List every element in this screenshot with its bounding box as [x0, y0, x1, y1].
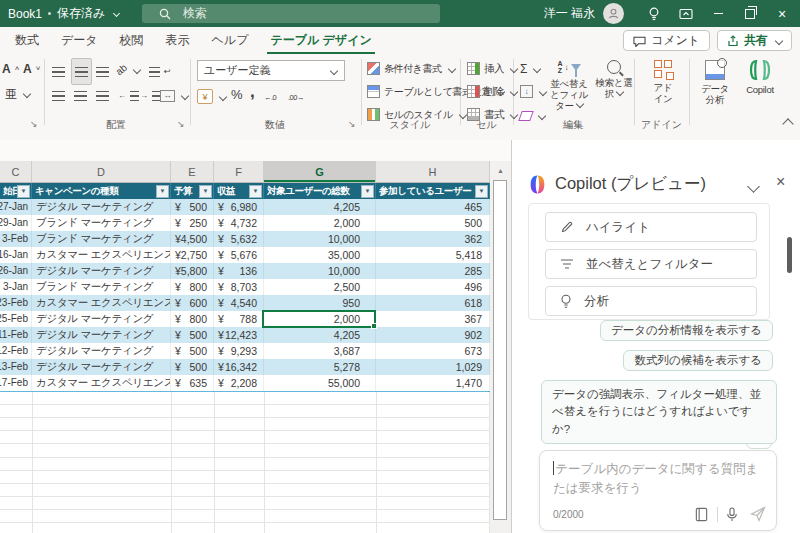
align-right-button[interactable]: [96, 86, 109, 105]
share-button[interactable]: 共有: [717, 30, 792, 51]
wrap-text-button[interactable]: ↩: [149, 62, 171, 81]
tab-表示[interactable]: 表示: [155, 27, 201, 54]
minimize-button[interactable]: [702, 0, 734, 27]
fill-handle[interactable]: [371, 323, 377, 329]
active-cell-selection[interactable]: [262, 310, 376, 328]
orientation-button[interactable]: ab: [116, 60, 140, 79]
cell[interactable]: カスタマー エクスペリエンス: [32, 295, 171, 311]
cell[interactable]: 13-Feb: [0, 359, 32, 375]
data-analysis-button[interactable]: データ分析: [695, 60, 735, 106]
close-button[interactable]: ×: [766, 0, 798, 27]
column-header-E[interactable]: E: [171, 161, 214, 182]
suggestion-chip[interactable]: データの分析情報を表示する: [600, 320, 773, 341]
whats-new-button[interactable]: [638, 0, 670, 27]
cell[interactable]: ¥500: [171, 199, 214, 215]
tab-校閲[interactable]: 校閲: [109, 27, 155, 54]
align-left-button[interactable]: [52, 86, 65, 105]
merge-center-button[interactable]: ↔: [160, 86, 188, 105]
cell[interactable]: 10,000: [264, 231, 376, 247]
cell[interactable]: ¥4,500: [171, 231, 214, 247]
cell[interactable]: ブランド マーケティング: [32, 279, 171, 295]
filter-button[interactable]: ▼: [17, 185, 30, 198]
tab-ヘルプ[interactable]: ヘルプ: [201, 27, 260, 54]
filter-button[interactable]: ▼: [199, 185, 212, 198]
align-center-button[interactable]: [74, 86, 87, 105]
grow-font-button[interactable]: A˄: [2, 59, 19, 78]
cell[interactable]: 4,205: [264, 199, 376, 215]
cell[interactable]: 950: [264, 295, 376, 311]
fill-button[interactable]: ↓: [520, 82, 546, 101]
number-format-select[interactable]: ユーザー定義: [197, 60, 345, 81]
tab-データ[interactable]: データ: [50, 27, 109, 54]
cell[interactable]: 496: [376, 279, 490, 295]
cell[interactable]: ¥136: [214, 263, 264, 279]
cell[interactable]: 3,687: [264, 343, 376, 359]
cell[interactable]: 12-Feb: [0, 343, 32, 359]
cell[interactable]: ¥800: [171, 279, 214, 295]
cell[interactable]: ¥800: [171, 311, 214, 327]
delete-cells-button[interactable]: 削除: [467, 82, 517, 101]
cell[interactable]: ¥500: [171, 359, 214, 375]
cell[interactable]: ¥600: [171, 295, 214, 311]
percent-style-button[interactable]: %: [231, 85, 243, 104]
copilot-input[interactable]: テーブル内のデータに関する質問または要求を行う: [540, 451, 776, 499]
sheet-scrollbar[interactable]: ▲: [490, 161, 511, 533]
cell[interactable]: ¥16,342: [214, 359, 264, 375]
cell[interactable]: ¥500: [171, 343, 214, 359]
filter-button[interactable]: ▼: [475, 185, 488, 198]
avatar[interactable]: [603, 3, 624, 24]
prompt-guide-icon[interactable]: [694, 507, 709, 522]
cell[interactable]: 362: [376, 231, 490, 247]
scrollbar-thumb[interactable]: [493, 180, 507, 520]
sort-filter-menu-item[interactable]: 並べ替えとフィルター: [545, 249, 757, 279]
cell[interactable]: 5,418: [376, 247, 490, 263]
cell[interactable]: ¥2,208: [214, 375, 264, 391]
column-header-C[interactable]: C: [0, 161, 32, 182]
shrink-font-button[interactable]: A˅: [23, 59, 40, 78]
cell[interactable]: 673: [376, 343, 490, 359]
conditional-formatting-button[interactable]: 条件付き書式: [367, 59, 455, 78]
cell[interactable]: ¥788: [214, 311, 264, 327]
cell[interactable]: ブランド マーケティング: [32, 231, 171, 247]
sort-filter-button[interactable]: AZ↓ 並べ替えとフィルター: [546, 60, 592, 112]
cell[interactable]: 35,000: [264, 247, 376, 263]
accounting-format-button[interactable]: ¥: [197, 87, 226, 106]
cell[interactable]: ¥500: [171, 327, 214, 343]
cell[interactable]: デジタル マーケティング: [32, 343, 171, 359]
copilot-ribbon-button[interactable]: Copilot: [738, 59, 782, 95]
cell[interactable]: デジタル マーケティング: [32, 311, 171, 327]
cell[interactable]: ¥12,423: [214, 327, 264, 343]
increase-indent-button[interactable]: →: [140, 86, 161, 105]
cell[interactable]: 10,000: [264, 263, 376, 279]
alignment-dialog-launcher[interactable]: ↘: [177, 119, 185, 129]
column-header-H[interactable]: H: [376, 161, 490, 182]
cell[interactable]: 285: [376, 263, 490, 279]
font-dialog-launcher[interactable]: ↘: [30, 119, 38, 129]
cell[interactable]: 2,000: [264, 215, 376, 231]
cell[interactable]: 902: [376, 327, 490, 343]
align-bottom-button[interactable]: [96, 62, 109, 81]
cell[interactable]: カスタマー エクスペリエンス: [32, 375, 171, 391]
cell[interactable]: 3-Jan: [0, 279, 32, 295]
cell[interactable]: ¥250: [171, 215, 214, 231]
cell[interactable]: 17-Feb: [0, 375, 32, 391]
empty-grid[interactable]: [0, 392, 490, 533]
analyze-menu-item[interactable]: 分析: [545, 286, 757, 316]
suggestion-chip[interactable]: 数式列の候補を表示する: [623, 350, 773, 371]
cell[interactable]: 55,000: [264, 375, 376, 391]
cell[interactable]: デジタル マーケティング: [32, 359, 171, 375]
find-select-button[interactable]: 検索と選択: [595, 60, 633, 100]
cell[interactable]: 3-Feb: [0, 231, 32, 247]
scroll-up-button[interactable]: ▲: [494, 164, 507, 177]
autosum-button[interactable]: Σ: [520, 59, 540, 78]
cell[interactable]: 1,029: [376, 359, 490, 375]
cell[interactable]: ¥9,293: [214, 343, 264, 359]
tab-数式[interactable]: 数式: [4, 27, 50, 54]
cell[interactable]: 465: [376, 199, 490, 215]
number-dialog-launcher[interactable]: ↘: [348, 119, 356, 129]
send-icon[interactable]: [750, 506, 766, 522]
cell[interactable]: ¥8,703: [214, 279, 264, 295]
highlight-menu-item[interactable]: ハイライト: [545, 212, 757, 242]
cell[interactable]: ¥2,750: [171, 247, 214, 263]
workbook-title[interactable]: Book1 保存済み: [8, 0, 119, 27]
